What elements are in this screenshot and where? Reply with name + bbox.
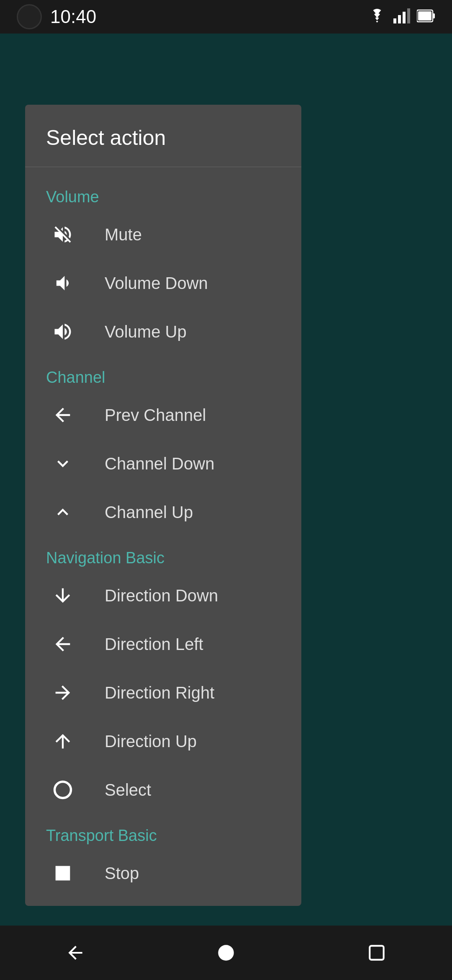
direction-right-label: Direction Right (105, 683, 214, 702)
section-header-channel: Channel (25, 356, 301, 391)
nav-bar (0, 926, 452, 980)
svg-rect-5 (433, 13, 435, 18)
direction-right-icon (46, 680, 80, 705)
menu-item-direction-up[interactable]: Direction Up (25, 717, 301, 766)
wifi-icon (367, 8, 387, 25)
nav-home-button[interactable] (216, 942, 236, 963)
camera-dot (17, 4, 42, 29)
mute-label: Mute (105, 225, 142, 244)
volume-down-label: Volume Down (105, 274, 208, 293)
select-icon (46, 777, 80, 802)
svg-rect-10 (370, 946, 383, 959)
nav-back-button[interactable] (65, 942, 86, 963)
dialog-wrapper: Select action Volume Mute Volu (0, 34, 452, 926)
battery-icon (417, 8, 435, 25)
dialog-content: Volume Mute Volume Down (25, 167, 301, 906)
status-time: 10:40 (50, 6, 96, 27)
svg-rect-6 (418, 11, 431, 21)
section-header-navigation-basic: Navigation Basic (25, 536, 301, 571)
menu-item-mute[interactable]: Mute (25, 210, 301, 259)
status-right (367, 8, 435, 25)
svg-rect-0 (393, 18, 396, 23)
channel-up-icon (46, 500, 80, 525)
nav-recents-button[interactable] (366, 942, 387, 963)
svg-point-7 (55, 782, 71, 798)
signal-icon (393, 8, 410, 25)
menu-item-direction-down[interactable]: Direction Down (25, 571, 301, 620)
direction-left-icon (46, 632, 80, 657)
svg-rect-8 (56, 866, 70, 881)
select-action-dialog: Select action Volume Mute Volu (25, 105, 301, 906)
menu-item-channel-down[interactable]: Channel Down (25, 439, 301, 488)
section-header-transport-basic: Transport Basic (25, 814, 301, 849)
svg-point-9 (218, 945, 234, 961)
section-header-volume: Volume (25, 175, 301, 210)
menu-item-channel-up[interactable]: Channel Up (25, 488, 301, 536)
prev-channel-label: Prev Channel (105, 406, 206, 425)
menu-item-volume-up[interactable]: Volume Up (25, 307, 301, 356)
svg-rect-3 (407, 8, 410, 23)
svg-rect-1 (398, 15, 401, 23)
svg-rect-2 (403, 12, 406, 23)
channel-down-label: Channel Down (105, 454, 214, 473)
direction-up-label: Direction Up (105, 732, 197, 751)
status-bar: 10:40 (0, 0, 452, 34)
prev-channel-icon (46, 402, 80, 428)
select-label: Select (105, 781, 151, 799)
menu-item-prev-channel[interactable]: Prev Channel (25, 391, 301, 439)
stop-label: Stop (105, 864, 139, 883)
menu-item-select[interactable]: Select (25, 766, 301, 814)
channel-up-label: Channel Up (105, 503, 193, 522)
stop-icon (46, 861, 80, 886)
volume-down-icon (46, 271, 80, 296)
volume-up-icon (46, 319, 80, 344)
menu-item-stop[interactable]: Stop (25, 849, 301, 897)
direction-left-label: Direction Left (105, 635, 203, 654)
channel-down-icon (46, 451, 80, 476)
dialog-title: Select action (25, 105, 301, 167)
menu-item-direction-right[interactable]: Direction Right (25, 668, 301, 717)
mute-icon (46, 222, 80, 247)
direction-up-icon (46, 729, 80, 754)
direction-down-icon (46, 583, 80, 608)
status-left: 10:40 (17, 4, 96, 29)
volume-up-label: Volume Up (105, 322, 187, 341)
direction-down-label: Direction Down (105, 586, 218, 605)
menu-item-direction-left[interactable]: Direction Left (25, 620, 301, 668)
menu-item-volume-down[interactable]: Volume Down (25, 259, 301, 307)
